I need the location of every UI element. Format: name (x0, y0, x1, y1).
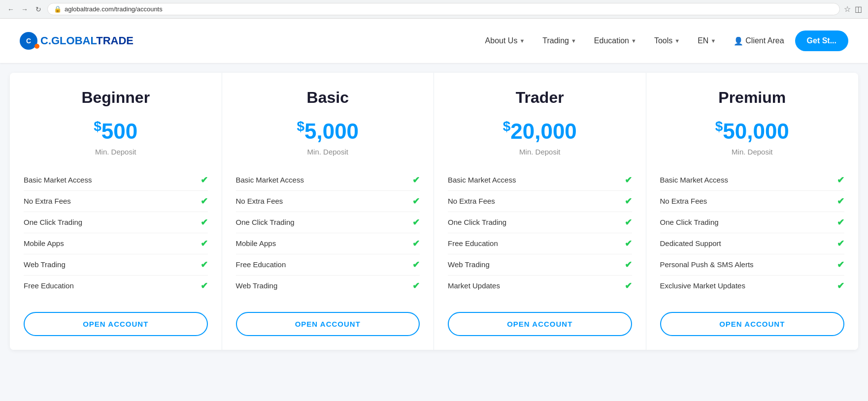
nav-tools[interactable]: Tools ▼ (647, 32, 687, 49)
check-icon: ✔ (837, 175, 844, 185)
chevron-down-icon: ▼ (631, 38, 636, 44)
check-icon: ✔ (625, 217, 632, 228)
feature-label: No Extra Fees (236, 197, 283, 205)
feature-item: Free Education ✔ (448, 233, 632, 254)
feature-label: Free Education (236, 260, 286, 269)
price-amount: $20,000 (503, 119, 577, 143)
chevron-down-icon: ▼ (519, 38, 525, 44)
min-deposit-label: Min. Deposit (236, 148, 420, 156)
price-amount: $50,000 (715, 119, 789, 143)
feature-item: Basic Market Access ✔ (448, 170, 632, 191)
open-account-button[interactable]: OPEN ACCOUNT (660, 312, 845, 336)
feature-item: Basic Market Access ✔ (236, 170, 420, 191)
feature-label: Web Trading (24, 260, 66, 269)
check-icon: ✔ (412, 259, 420, 270)
price-amount: $5,000 (297, 119, 359, 143)
back-button[interactable]: ← (6, 4, 16, 14)
open-account-button[interactable]: OPEN ACCOUNT (236, 312, 420, 336)
get-started-button[interactable]: Get St... (795, 31, 848, 51)
card-title: Basic (236, 89, 420, 107)
feature-item: Market Updates ✔ (448, 276, 632, 296)
extensions-icon[interactable]: ◫ (855, 4, 862, 14)
chevron-down-icon: ▼ (674, 38, 680, 44)
feature-item: Basic Market Access ✔ (24, 170, 208, 191)
feature-item: One Click Trading ✔ (24, 212, 208, 233)
feature-label: Web Trading (236, 281, 278, 290)
lock-icon: 🔒 (54, 5, 62, 13)
card-title: Trader (448, 89, 632, 107)
check-icon: ✔ (200, 238, 208, 249)
site-header: C C.GLOBALTRADE About Us ▼ Trading ▼ Edu… (0, 19, 868, 63)
check-icon: ✔ (837, 217, 844, 228)
pricing-card-beginner: Beginner $500 Min. Deposit Basic Market … (10, 73, 222, 350)
nav-language[interactable]: EN ▼ (691, 32, 723, 49)
feature-label: One Click Trading (236, 218, 295, 226)
feature-item: Free Education ✔ (236, 254, 420, 276)
feature-item: Exclusive Market Updates ✔ (660, 276, 845, 296)
min-deposit-label: Min. Deposit (660, 148, 845, 156)
nav-education[interactable]: Education ▼ (587, 32, 643, 49)
feature-label: Basic Market Access (660, 176, 728, 184)
features-list: Basic Market Access ✔ No Extra Fees ✔ On… (448, 170, 632, 296)
check-icon: ✔ (837, 259, 844, 270)
feature-item: Web Trading ✔ (448, 254, 632, 276)
pricing-section: Ⓒ WikiFX Ⓒ WikiFX Ⓒ WikiFX Ⓒ WikiFX Ⓒ Wi… (0, 63, 868, 370)
client-area-link[interactable]: 👤 Client Area (727, 32, 791, 50)
feature-label: Basic Market Access (448, 176, 516, 184)
feature-item: Dedicated Support ✔ (660, 233, 845, 254)
reload-button[interactable]: ↻ (33, 4, 43, 14)
feature-label: Free Education (448, 239, 498, 247)
feature-label: Dedicated Support (660, 239, 721, 247)
pricing-grid: Beginner $500 Min. Deposit Basic Market … (10, 73, 858, 350)
user-icon: 👤 (734, 36, 743, 46)
price-symbol: $ (503, 119, 511, 134)
chevron-down-icon: ▼ (710, 38, 716, 44)
feature-item: One Click Trading ✔ (448, 212, 632, 233)
feature-label: Web Trading (448, 260, 490, 269)
card-price: $5,000 (236, 119, 420, 144)
nav-about-us[interactable]: About Us ▼ (478, 32, 532, 49)
feature-item: No Extra Fees ✔ (660, 191, 845, 212)
features-list: Basic Market Access ✔ No Extra Fees ✔ On… (660, 170, 845, 296)
check-icon: ✔ (625, 196, 632, 207)
forward-button[interactable]: → (20, 4, 30, 14)
main-nav: About Us ▼ Trading ▼ Education ▼ Tools ▼… (478, 31, 848, 51)
feature-label: No Extra Fees (24, 197, 71, 205)
check-icon: ✔ (412, 217, 420, 228)
card-title: Beginner (24, 89, 208, 107)
feature-label: No Extra Fees (660, 197, 707, 205)
card-price: $500 (24, 119, 208, 144)
pricing-card-basic: Basic $5,000 Min. Deposit Basic Market A… (222, 73, 434, 350)
feature-label: One Click Trading (24, 218, 82, 226)
feature-item: Free Education ✔ (24, 276, 208, 296)
check-icon: ✔ (837, 238, 844, 249)
check-icon: ✔ (625, 175, 632, 185)
feature-item: Personal Push & SMS Alerts ✔ (660, 254, 845, 276)
check-icon: ✔ (625, 280, 632, 291)
browser-bar: ← → ↻ 🔒 aglobaltrade.com/trading/account… (0, 0, 868, 19)
price-symbol: $ (715, 119, 723, 134)
feature-item: One Click Trading ✔ (236, 212, 420, 233)
chevron-down-icon: ▼ (571, 38, 576, 44)
pricing-card-premium: Premium $50,000 Min. Deposit Basic Marke… (646, 73, 859, 350)
min-deposit-label: Min. Deposit (448, 148, 632, 156)
pricing-card-trader: Trader $20,000 Min. Deposit Basic Market… (434, 73, 646, 350)
price-symbol: $ (297, 119, 304, 134)
logo[interactable]: C C.GLOBALTRADE (20, 32, 134, 50)
browser-actions: ☆ ◫ (844, 4, 862, 14)
nav-trading[interactable]: Trading ▼ (535, 32, 583, 49)
url-bar[interactable]: 🔒 aglobaltrade.com/trading/accounts (47, 3, 840, 15)
min-deposit-label: Min. Deposit (24, 148, 208, 156)
check-icon: ✔ (412, 196, 420, 207)
open-account-button[interactable]: OPEN ACCOUNT (24, 312, 208, 336)
check-icon: ✔ (200, 280, 208, 291)
logo-icon: C (20, 32, 37, 50)
url-text: aglobaltrade.com/trading/accounts (65, 5, 163, 13)
open-account-button[interactable]: OPEN ACCOUNT (448, 312, 632, 336)
feature-label: Market Updates (448, 281, 500, 290)
card-price: $20,000 (448, 119, 632, 144)
logo-text: C.GLOBALTRADE (40, 34, 134, 47)
check-icon: ✔ (837, 280, 844, 291)
check-icon: ✔ (200, 217, 208, 228)
star-icon[interactable]: ☆ (844, 4, 851, 14)
